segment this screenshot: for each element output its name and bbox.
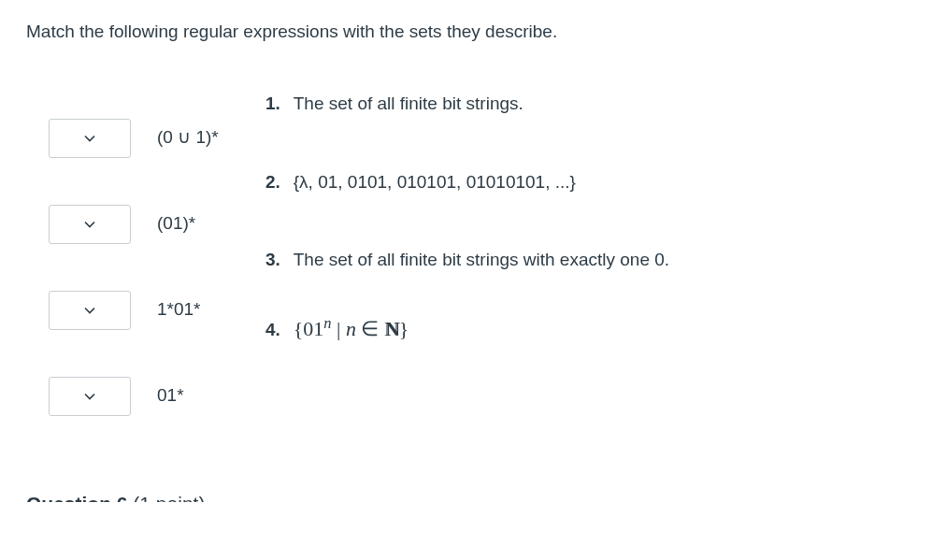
answer-text: {λ, 01, 0101, 010101, 01010101, ...} <box>294 169 920 196</box>
answer-number: 2. <box>265 169 294 196</box>
answer-text: {01n | n ∈ N} <box>294 312 920 344</box>
expression-label: 1*01* <box>157 296 201 323</box>
match-row: 1*01* <box>49 291 219 330</box>
match-row: (01)* <box>49 205 219 244</box>
math-variable: n <box>346 317 356 340</box>
expression-label: (0 ∪ 1)* <box>157 124 219 151</box>
math-brace-close: } <box>399 317 409 340</box>
math-natural-numbers: N <box>384 313 399 344</box>
answer-number: 4. <box>265 317 294 344</box>
math-brace-open: {01 <box>294 317 324 340</box>
question-prompt: Match the following regular expressions … <box>26 19 920 46</box>
chevron-down-icon <box>84 133 95 144</box>
answer-item: 3. The set of all finite bit strings wit… <box>265 247 920 274</box>
next-question-header: Question 6 (1 point) <box>26 489 920 502</box>
chevron-down-icon <box>84 391 95 402</box>
answer-number: 1. <box>265 91 294 118</box>
chevron-down-icon <box>84 305 95 316</box>
matching-content: (0 ∪ 1)* (01)* 1*01* 01* 1. The set of <box>26 91 920 463</box>
math-bar: | <box>332 317 346 340</box>
match-dropdown-4[interactable] <box>49 377 131 416</box>
math-superscript: n <box>323 314 331 332</box>
next-question-label: Question 6 <box>26 493 128 502</box>
answer-list: 1. The set of all finite bit strings. 2.… <box>265 91 920 345</box>
answer-item: 1. The set of all finite bit strings. <box>265 91 920 118</box>
expression-label: 01* <box>157 382 184 409</box>
answer-item: 4. {01n | n ∈ N} <box>265 312 920 344</box>
expression-label: (01)* <box>157 210 195 237</box>
math-in: ∈ <box>356 317 384 340</box>
chevron-down-icon <box>84 219 95 230</box>
answer-item: 2. {λ, 01, 0101, 010101, 01010101, ...} <box>265 169 920 196</box>
expressions-column: (0 ∪ 1)* (01)* 1*01* 01* <box>26 91 219 463</box>
answer-text: The set of all finite bit strings. <box>294 91 920 118</box>
answer-text: The set of all finite bit strings with e… <box>294 247 920 274</box>
next-question-points: (1 point) <box>128 493 206 502</box>
match-dropdown-1[interactable] <box>49 119 131 158</box>
match-dropdown-3[interactable] <box>49 291 131 330</box>
match-dropdown-2[interactable] <box>49 205 131 244</box>
answers-column: 1. The set of all finite bit strings. 2.… <box>256 91 920 463</box>
match-row: (0 ∪ 1)* <box>49 119 219 158</box>
answer-number: 3. <box>265 247 294 274</box>
match-row: 01* <box>49 377 219 416</box>
